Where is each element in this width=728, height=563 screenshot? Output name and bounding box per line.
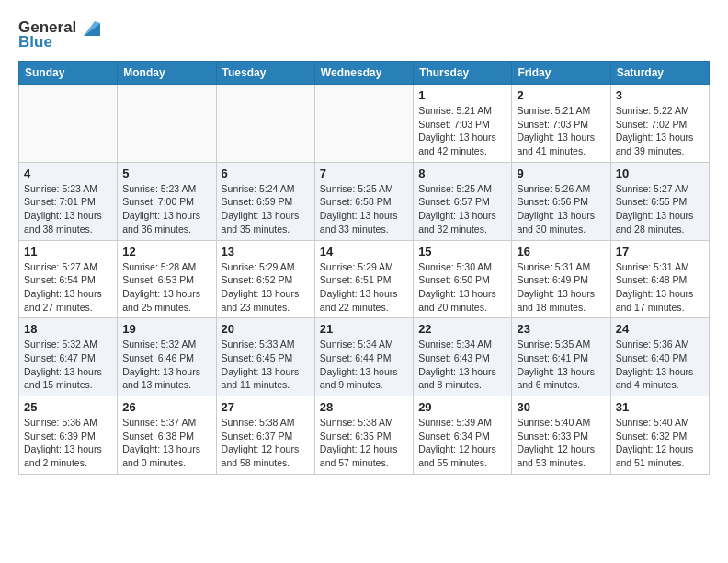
day-header-wednesday: Wednesday xyxy=(314,62,413,85)
day-number: 16 xyxy=(517,245,605,259)
day-info: Sunrise: 5:38 AMSunset: 6:35 PMDaylight:… xyxy=(320,416,408,470)
day-number: 23 xyxy=(517,322,605,336)
calendar-cell: 28Sunrise: 5:38 AMSunset: 6:35 PMDayligh… xyxy=(314,396,413,475)
day-number: 21 xyxy=(320,322,408,336)
day-number: 31 xyxy=(616,400,704,414)
calendar-cell: 26Sunrise: 5:37 AMSunset: 6:38 PMDayligh… xyxy=(118,396,216,475)
calendar-cell xyxy=(216,85,314,163)
day-number: 2 xyxy=(517,88,605,102)
calendar-table: SundayMondayTuesdayWednesdayThursdayFrid… xyxy=(18,61,710,475)
day-info: Sunrise: 5:32 AMSunset: 6:47 PMDaylight:… xyxy=(24,338,112,392)
calendar-cell xyxy=(19,85,118,163)
logo-icon xyxy=(80,19,100,36)
calendar-cell xyxy=(314,85,413,163)
day-info: Sunrise: 5:21 AMSunset: 7:03 PMDaylight:… xyxy=(418,104,506,158)
day-info: Sunrise: 5:27 AMSunset: 6:54 PMDaylight:… xyxy=(24,260,112,315)
day-info: Sunrise: 5:30 AMSunset: 6:50 PMDaylight:… xyxy=(418,260,506,315)
day-header-monday: Monday xyxy=(118,62,216,85)
day-info: Sunrise: 5:36 AMSunset: 6:40 PMDaylight:… xyxy=(616,338,704,392)
calendar-cell: 5Sunrise: 5:23 AMSunset: 7:00 PMDaylight… xyxy=(118,162,216,240)
day-number: 25 xyxy=(24,400,112,414)
calendar-cell: 11Sunrise: 5:27 AMSunset: 6:54 PMDayligh… xyxy=(19,240,118,318)
day-number: 11 xyxy=(24,245,112,259)
day-number: 12 xyxy=(122,245,210,259)
calendar-cell: 25Sunrise: 5:36 AMSunset: 6:39 PMDayligh… xyxy=(19,396,118,475)
day-info: Sunrise: 5:25 AMSunset: 6:57 PMDaylight:… xyxy=(418,182,506,236)
day-number: 5 xyxy=(122,167,210,180)
day-number: 9 xyxy=(517,167,605,180)
logo: General Blue xyxy=(18,18,100,52)
day-number: 30 xyxy=(517,400,605,414)
day-number: 22 xyxy=(418,322,506,336)
day-info: Sunrise: 5:26 AMSunset: 6:56 PMDaylight:… xyxy=(517,182,605,236)
day-header-friday: Friday xyxy=(512,62,610,85)
day-header-saturday: Saturday xyxy=(610,62,709,85)
day-number: 1 xyxy=(418,88,506,102)
day-info: Sunrise: 5:21 AMSunset: 7:03 PMDaylight:… xyxy=(517,104,605,158)
day-info: Sunrise: 5:29 AMSunset: 6:52 PMDaylight:… xyxy=(222,260,310,315)
calendar-cell xyxy=(118,85,216,163)
page-header: General Blue xyxy=(18,18,710,52)
calendar-cell: 12Sunrise: 5:28 AMSunset: 6:53 PMDayligh… xyxy=(118,240,216,318)
day-number: 29 xyxy=(418,400,506,414)
calendar-cell: 8Sunrise: 5:25 AMSunset: 6:57 PMDaylight… xyxy=(414,162,512,240)
calendar-week-2: 4Sunrise: 5:23 AMSunset: 7:01 PMDaylight… xyxy=(19,162,710,240)
day-number: 8 xyxy=(418,167,506,180)
day-info: Sunrise: 5:33 AMSunset: 6:45 PMDaylight:… xyxy=(222,338,310,392)
day-header-tuesday: Tuesday xyxy=(216,62,314,85)
day-info: Sunrise: 5:31 AMSunset: 6:49 PMDaylight:… xyxy=(517,260,605,315)
day-number: 10 xyxy=(616,167,704,180)
day-info: Sunrise: 5:23 AMSunset: 7:00 PMDaylight:… xyxy=(122,182,210,236)
calendar-cell: 19Sunrise: 5:32 AMSunset: 6:46 PMDayligh… xyxy=(118,318,216,396)
day-number: 26 xyxy=(122,400,210,414)
logo-blue-text: Blue xyxy=(18,33,52,52)
day-info: Sunrise: 5:31 AMSunset: 6:48 PMDaylight:… xyxy=(616,260,704,315)
day-number: 4 xyxy=(24,167,112,180)
day-header-sunday: Sunday xyxy=(19,62,118,85)
day-number: 13 xyxy=(222,245,310,259)
calendar-week-5: 25Sunrise: 5:36 AMSunset: 6:39 PMDayligh… xyxy=(19,396,710,475)
day-info: Sunrise: 5:38 AMSunset: 6:37 PMDaylight:… xyxy=(222,416,310,470)
calendar-cell: 1Sunrise: 5:21 AMSunset: 7:03 PMDaylight… xyxy=(414,85,512,163)
day-info: Sunrise: 5:29 AMSunset: 6:51 PMDaylight:… xyxy=(320,260,408,315)
calendar-header-row: SundayMondayTuesdayWednesdayThursdayFrid… xyxy=(19,62,710,85)
day-number: 3 xyxy=(616,88,704,102)
day-info: Sunrise: 5:37 AMSunset: 6:38 PMDaylight:… xyxy=(122,416,210,470)
day-info: Sunrise: 5:23 AMSunset: 7:01 PMDaylight:… xyxy=(24,182,112,236)
day-info: Sunrise: 5:28 AMSunset: 6:53 PMDaylight:… xyxy=(122,260,210,315)
day-number: 15 xyxy=(418,245,506,259)
calendar-cell: 6Sunrise: 5:24 AMSunset: 6:59 PMDaylight… xyxy=(216,162,314,240)
day-header-thursday: Thursday xyxy=(414,62,512,85)
calendar-cell: 29Sunrise: 5:39 AMSunset: 6:34 PMDayligh… xyxy=(414,396,512,475)
calendar-cell: 3Sunrise: 5:22 AMSunset: 7:02 PMDaylight… xyxy=(610,85,709,163)
day-info: Sunrise: 5:39 AMSunset: 6:34 PMDaylight:… xyxy=(418,416,506,470)
calendar-cell: 23Sunrise: 5:35 AMSunset: 6:41 PMDayligh… xyxy=(512,318,610,396)
day-number: 20 xyxy=(222,322,310,336)
day-number: 28 xyxy=(320,400,408,414)
calendar-cell: 4Sunrise: 5:23 AMSunset: 7:01 PMDaylight… xyxy=(19,162,118,240)
day-number: 18 xyxy=(24,322,112,336)
day-number: 27 xyxy=(222,400,310,414)
calendar-cell: 9Sunrise: 5:26 AMSunset: 6:56 PMDaylight… xyxy=(512,162,610,240)
calendar-cell: 21Sunrise: 5:34 AMSunset: 6:44 PMDayligh… xyxy=(314,318,413,396)
day-number: 6 xyxy=(222,167,310,180)
calendar-cell: 22Sunrise: 5:34 AMSunset: 6:43 PMDayligh… xyxy=(414,318,512,396)
calendar-cell: 16Sunrise: 5:31 AMSunset: 6:49 PMDayligh… xyxy=(512,240,610,318)
day-info: Sunrise: 5:25 AMSunset: 6:58 PMDaylight:… xyxy=(320,182,408,236)
day-info: Sunrise: 5:27 AMSunset: 6:55 PMDaylight:… xyxy=(616,182,704,236)
calendar-cell: 20Sunrise: 5:33 AMSunset: 6:45 PMDayligh… xyxy=(216,318,314,396)
calendar-week-4: 18Sunrise: 5:32 AMSunset: 6:47 PMDayligh… xyxy=(19,318,710,396)
day-info: Sunrise: 5:34 AMSunset: 6:43 PMDaylight:… xyxy=(418,338,506,392)
day-info: Sunrise: 5:34 AMSunset: 6:44 PMDaylight:… xyxy=(320,338,408,392)
calendar-cell: 2Sunrise: 5:21 AMSunset: 7:03 PMDaylight… xyxy=(512,85,610,163)
calendar-week-3: 11Sunrise: 5:27 AMSunset: 6:54 PMDayligh… xyxy=(19,240,710,318)
day-number: 19 xyxy=(122,322,210,336)
day-number: 24 xyxy=(616,322,704,336)
day-info: Sunrise: 5:35 AMSunset: 6:41 PMDaylight:… xyxy=(517,338,605,392)
calendar-week-1: 1Sunrise: 5:21 AMSunset: 7:03 PMDaylight… xyxy=(19,85,710,163)
calendar-cell: 7Sunrise: 5:25 AMSunset: 6:58 PMDaylight… xyxy=(314,162,413,240)
calendar-cell: 24Sunrise: 5:36 AMSunset: 6:40 PMDayligh… xyxy=(610,318,709,396)
day-number: 7 xyxy=(320,167,408,180)
day-info: Sunrise: 5:40 AMSunset: 6:33 PMDaylight:… xyxy=(517,416,605,470)
day-info: Sunrise: 5:40 AMSunset: 6:32 PMDaylight:… xyxy=(616,416,704,470)
